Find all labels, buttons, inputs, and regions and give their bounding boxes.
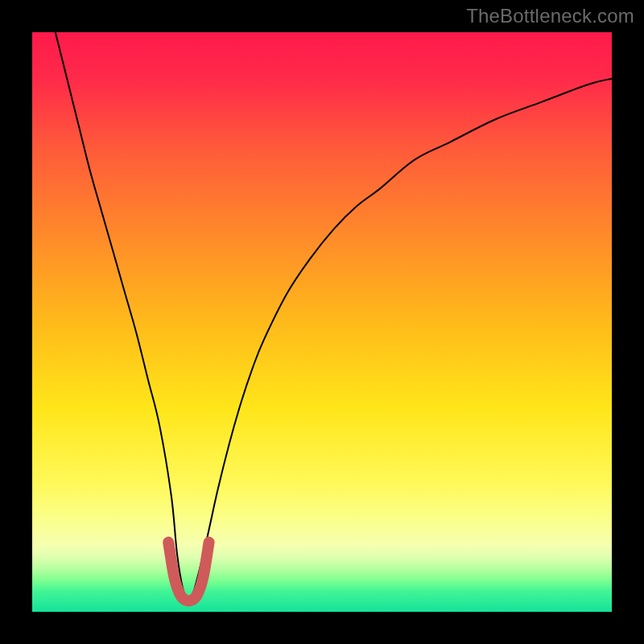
plot-area xyxy=(32,32,612,612)
chart-frame: TheBottleneck.com xyxy=(0,0,644,644)
bottleneck-chart xyxy=(32,32,612,612)
gradient-background xyxy=(32,32,612,612)
watermark-text: TheBottleneck.com xyxy=(466,5,634,27)
